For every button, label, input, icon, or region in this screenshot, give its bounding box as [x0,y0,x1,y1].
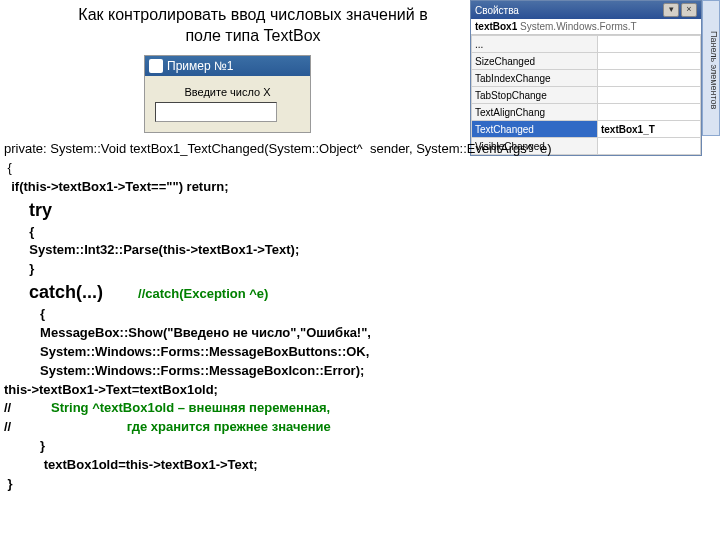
dropdown-icon[interactable]: ▾ [663,3,679,17]
table-row[interactable]: TabIndexChange [472,70,701,87]
page-title: Как контролировать ввод числовых значени… [68,5,438,47]
app-icon [149,59,163,73]
properties-subheader: textBox1 System.Windows.Forms.T [471,19,701,35]
properties-title: Свойства [475,5,519,16]
table-row[interactable]: ... [472,36,701,53]
table-row[interactable]: TextAlignChang [472,104,701,121]
table-row-selected[interactable]: TextChangedtextBox1_T [472,121,701,138]
example-window: Пример №1 Введите число X [144,55,311,133]
properties-titlebar: Свойства ▾ × [471,1,701,19]
table-row[interactable]: TabStopChange [472,87,701,104]
example-label: Введите число X [155,86,300,98]
table-row[interactable]: SizeChanged [472,53,701,70]
example-caption: Пример №1 [167,59,233,73]
close-icon[interactable]: × [681,3,697,17]
code-block: private: System::Void textBox1_TextChang… [4,140,552,494]
example-textbox[interactable] [155,102,277,122]
control-type: System.Windows.Forms.T [520,21,637,32]
toolbox-tab[interactable]: Панель элементов [702,0,720,136]
properties-window: Свойства ▾ × textBox1 System.Windows.For… [470,0,702,156]
example-titlebar: Пример №1 [145,56,310,76]
properties-table: ... SizeChanged TabIndexChange TabStopCh… [471,35,701,155]
control-name: textBox1 [475,21,517,32]
